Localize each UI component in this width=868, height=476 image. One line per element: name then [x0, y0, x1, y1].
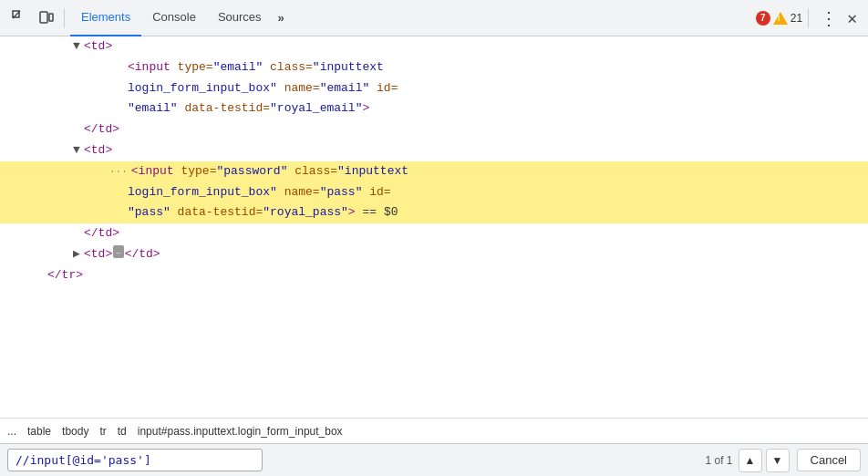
- elements-panel[interactable]: ▼ <td> <input type="email" class="inputt…: [0, 36, 868, 418]
- find-prev-button[interactable]: ▲: [739, 449, 762, 472]
- breadcrumb-bar: ... table tbody tr td input#pass.inputte…: [0, 418, 868, 443]
- find-next-button[interactable]: ▼: [766, 449, 790, 472]
- find-count: 1 of 1: [270, 454, 739, 467]
- toolbar-divider-1: [64, 9, 65, 27]
- html-line-selected: login_form_input_box" name="pass" id=: [0, 182, 868, 203]
- devtools-close-button[interactable]: ✕: [843, 8, 861, 28]
- html-line: ▶ <td> … </td>: [0, 244, 868, 265]
- error-circle-icon: 7: [756, 11, 770, 26]
- collapse-triangle[interactable]: ▼: [73, 141, 84, 160]
- devtools-toolbar: Elements Console Sources » 7 21 ⋮ ✕: [0, 0, 868, 36]
- html-line: </td>: [0, 223, 868, 244]
- svg-rect-3: [49, 14, 53, 21]
- warning-triangle-icon: [773, 12, 788, 25]
- find-bar: 1 of 1 ▲ ▼ Cancel: [0, 443, 868, 476]
- breadcrumb-table[interactable]: table: [27, 425, 51, 438]
- breadcrumb-tr[interactable]: tr: [99, 425, 106, 438]
- expand-triangle[interactable]: ▶: [73, 245, 84, 264]
- breadcrumb-input[interactable]: input#pass.inputtext.login_form_input_bo…: [138, 425, 343, 438]
- find-input[interactable]: [7, 449, 263, 471]
- toolbar-divider-2: [808, 9, 809, 27]
- collapse-triangle[interactable]: ▼: [73, 37, 84, 57]
- html-line: </td>: [0, 119, 868, 140]
- html-line-selected: ... <input type="password" class="inputt…: [0, 161, 868, 182]
- html-line: login_form_input_box" name="email" id=: [0, 78, 868, 99]
- html-line: ▼ <td>: [0, 140, 868, 161]
- html-line: ▼ <td>: [0, 36, 868, 57]
- tab-sources[interactable]: Sources: [207, 0, 273, 36]
- tab-elements[interactable]: Elements: [70, 0, 141, 36]
- device-mode-icon-button[interactable]: [33, 5, 58, 31]
- html-line: </tr>: [0, 265, 868, 286]
- more-tabs-button[interactable]: »: [273, 11, 290, 25]
- html-line: <input type="email" class="inputtext: [0, 57, 868, 78]
- error-badge[interactable]: 7 21: [756, 11, 802, 26]
- html-line: "email" data-testid="royal_email" >: [0, 98, 868, 119]
- devtools-menu-button[interactable]: ⋮: [814, 7, 843, 29]
- inspector-icon-button[interactable]: [7, 5, 33, 31]
- breadcrumb-tbody[interactable]: tbody: [62, 425, 88, 438]
- breadcrumb-ellipsis[interactable]: ...: [7, 425, 16, 438]
- breadcrumb-td[interactable]: td: [118, 425, 127, 438]
- devtools-main: ▼ <td> <input type="email" class="inputt…: [0, 36, 868, 418]
- html-line-selected: "pass" data-testid="royal_pass" > == $0: [0, 202, 868, 223]
- tab-console[interactable]: Console: [141, 0, 207, 36]
- ellipsis-btn[interactable]: …: [113, 245, 123, 258]
- find-cancel-button[interactable]: Cancel: [797, 449, 861, 471]
- svg-rect-2: [40, 12, 47, 23]
